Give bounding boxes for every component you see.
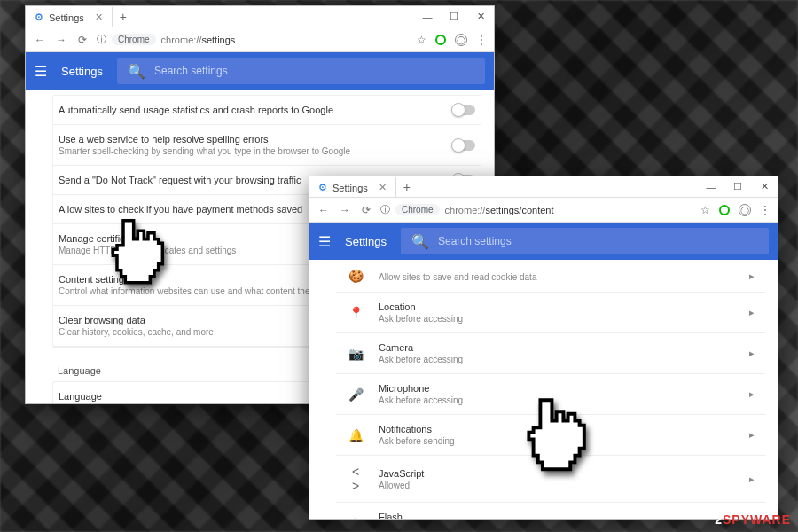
close-button[interactable]: ✕ xyxy=(467,6,494,27)
chevron-right-icon: ▸ xyxy=(749,307,755,318)
url-chip: Chrome xyxy=(112,34,156,45)
code-icon: < > xyxy=(347,465,364,493)
location-icon: 📍 xyxy=(347,306,364,320)
chevron-right-icon: ▸ xyxy=(749,429,755,441)
close-tab-icon[interactable]: ✕ xyxy=(379,182,387,193)
back-icon[interactable]: ← xyxy=(33,34,47,46)
minimize-button[interactable]: — xyxy=(414,6,441,27)
chevron-right-icon: ▸ xyxy=(749,348,755,359)
hamburger-icon[interactable]: ☰ xyxy=(35,63,47,80)
profile-icon[interactable]: ◯ xyxy=(455,34,467,46)
search-box[interactable]: 🔍 xyxy=(401,228,769,254)
extension-icon[interactable] xyxy=(435,35,446,45)
info-icon: ⓘ xyxy=(380,203,390,216)
reload-icon[interactable]: ⟳ xyxy=(359,204,373,216)
profile-icon[interactable]: ◯ xyxy=(739,204,751,216)
url-chip: Chrome xyxy=(395,204,440,215)
content-row-cookies[interactable]: 🍪 Allow sites to save and read cookie da… xyxy=(336,260,765,293)
bell-icon: 🔔 xyxy=(347,428,364,442)
settings-title: Settings xyxy=(345,235,387,248)
menu-icon[interactable]: ⋮ xyxy=(760,204,771,216)
search-icon: 🔍 xyxy=(128,63,145,80)
address-bar: ← → ⟳ ⓘ Chrome chrome://settings/content… xyxy=(309,198,778,223)
chevron-right-icon: ▸ xyxy=(749,270,755,282)
menu-icon[interactable]: ⋮ xyxy=(476,34,487,46)
url-box[interactable]: ⓘ Chrome chrome://settings/content xyxy=(380,203,693,216)
url-box[interactable]: ⓘ Chrome chrome://settings xyxy=(97,33,410,46)
cookie-icon: 🍪 xyxy=(347,269,364,283)
content-row-camera[interactable]: 📷 CameraAsk before accessing ▸ xyxy=(336,333,765,374)
browser-tab[interactable]: ⚙ Settings ✕ xyxy=(26,6,113,27)
maximize-button[interactable]: ☐ xyxy=(724,176,751,198)
titlebar: ⚙ Settings ✕ + — ☐ ✕ xyxy=(26,6,494,27)
tab-title: Settings xyxy=(332,183,368,193)
titlebar: ⚙ Settings ✕ + — ☐ ✕ xyxy=(309,176,778,198)
puzzle-icon: ✱ xyxy=(347,516,364,520)
search-input[interactable] xyxy=(438,235,758,247)
watermark: 2SPYWARE xyxy=(715,512,791,527)
forward-icon[interactable]: → xyxy=(54,34,68,46)
info-icon: ⓘ xyxy=(97,33,106,46)
setting-row-crash-reports[interactable]: Automatically send usage statistics and … xyxy=(53,96,481,125)
reload-icon[interactable]: ⟳ xyxy=(75,34,90,46)
maximize-button[interactable]: ☐ xyxy=(441,6,467,27)
gear-icon: ⚙ xyxy=(35,12,43,23)
content-settings-list[interactable]: 🍪 Allow sites to save and read cookie da… xyxy=(309,260,778,519)
window-controls: — ☐ ✕ xyxy=(698,176,778,198)
back-icon[interactable]: ← xyxy=(317,204,331,216)
content-row-notifications[interactable]: 🔔 NotificationsAsk before sending ▸ xyxy=(336,415,765,456)
chevron-right-icon: ▸ xyxy=(749,388,755,400)
chrome-window-content-settings: ⚙ Settings ✕ + — ☐ ✕ ← → ⟳ ⓘ Chrome chro… xyxy=(309,176,778,520)
search-input[interactable] xyxy=(154,65,474,77)
settings-header: ☰ Settings 🔍 xyxy=(26,52,494,90)
bookmark-icon[interactable]: ☆ xyxy=(700,204,710,216)
close-button[interactable]: ✕ xyxy=(751,176,778,198)
forward-icon[interactable]: → xyxy=(338,204,352,216)
address-bar: ← → ⟳ ⓘ Chrome chrome://settings ☆ ◯ ⋮ xyxy=(26,27,494,52)
setting-row-spelling[interactable]: Use a web service to help resolve spelli… xyxy=(53,125,481,166)
new-tab-button[interactable]: + xyxy=(396,180,418,194)
search-icon: 🔍 xyxy=(411,233,429,250)
minimize-button[interactable]: — xyxy=(698,176,724,198)
camera-icon: 📷 xyxy=(347,347,364,361)
hamburger-icon[interactable]: ☰ xyxy=(318,233,331,250)
toggle[interactable] xyxy=(452,140,475,151)
new-tab-button[interactable]: + xyxy=(113,10,134,24)
toggle[interactable] xyxy=(452,105,475,115)
settings-header: ☰ Settings 🔍 xyxy=(309,223,778,260)
content-row-javascript[interactable]: < > JavaScriptAllowed ▸ xyxy=(336,456,765,503)
extension-icon[interactable] xyxy=(719,205,730,215)
content-row-microphone[interactable]: 🎤 MicrophoneAsk before accessing ▸ xyxy=(336,374,765,415)
window-controls: — ☐ ✕ xyxy=(414,6,494,27)
gear-icon: ⚙ xyxy=(318,182,327,193)
close-tab-icon[interactable]: ✕ xyxy=(95,12,103,23)
content-row-location[interactable]: 📍 LocationAsk before accessing ▸ xyxy=(336,293,765,333)
bookmark-icon[interactable]: ☆ xyxy=(417,34,426,46)
chevron-right-icon: ▸ xyxy=(749,473,755,485)
tab-title: Settings xyxy=(49,12,84,23)
settings-title: Settings xyxy=(61,65,103,78)
browser-tab[interactable]: ⚙ Settings ✕ xyxy=(309,176,396,198)
content-row-flash[interactable]: ✱ FlashAsk first ▸ xyxy=(336,503,765,519)
microphone-icon: 🎤 xyxy=(347,387,364,402)
search-box[interactable]: 🔍 xyxy=(117,58,485,84)
